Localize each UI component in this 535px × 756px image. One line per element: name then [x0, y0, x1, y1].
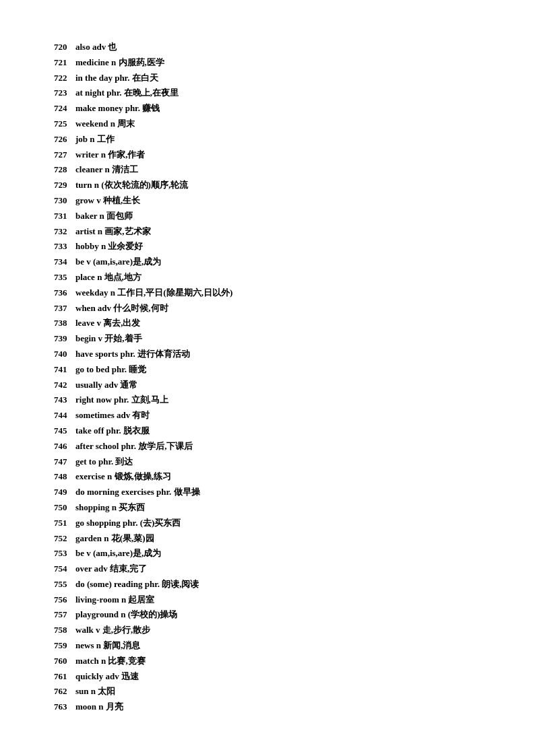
vocab-number: 738 — [54, 316, 75, 331]
vocab-entry: over adv 结束,完了 — [75, 562, 147, 576]
vocab-item: 729turn n (依次轮流的)顺序,轮流 — [54, 178, 481, 193]
vocab-item: 752garden n 花(果,菜)园 — [54, 532, 481, 546]
vocab-entry: go to bed phr. 睡觉 — [75, 363, 146, 377]
vocab-item: 760match n 比赛,竞赛 — [54, 654, 481, 668]
vocab-number: 756 — [54, 593, 75, 607]
vocab-number: 759 — [54, 639, 75, 653]
vocab-item: 754over adv 结束,完了 — [54, 562, 481, 576]
vocab-number: 751 — [54, 516, 75, 530]
vocab-entry: go shopping phr. (去)买东西 — [75, 516, 181, 530]
vocab-item: 759news n 新闻,消息 — [54, 639, 481, 653]
vocab-item: 724make money phr. 赚钱 — [54, 102, 481, 116]
vocab-item: 720also adv 也 — [54, 40, 481, 55]
vocab-number: 727 — [54, 148, 75, 162]
vocab-item: 732artist n 画家,艺术家 — [54, 225, 481, 239]
vocab-item: 740have sports phr. 进行体育活动 — [54, 347, 481, 362]
vocab-list: 720also adv 也721medicine n 内服药,医学722in t… — [54, 40, 481, 714]
vocab-number: 750 — [54, 501, 75, 515]
vocab-item: 723at night phr. 在晚上,在夜里 — [54, 86, 481, 100]
vocab-item: 736weekday n 工作日,平日(除星期六,日以外) — [54, 286, 481, 300]
vocab-entry: leave v 离去,出发 — [75, 316, 140, 331]
vocab-item: 727writer n 作家,作者 — [54, 148, 481, 162]
vocab-entry: news n 新闻,消息 — [75, 639, 140, 653]
vocab-number: 732 — [54, 225, 75, 239]
vocab-item: 761quickly adv 迅速 — [54, 670, 481, 684]
vocab-item: 738leave v 离去,出发 — [54, 316, 481, 331]
vocab-entry: walk v 走,步行,散步 — [75, 623, 150, 638]
vocab-number: 754 — [54, 562, 75, 576]
vocab-entry: be v (am,is,are)是,成为 — [75, 547, 161, 561]
vocab-number: 742 — [54, 378, 75, 392]
vocab-entry: weekday n 工作日,平日(除星期六,日以外) — [75, 286, 232, 300]
vocab-entry: place n 地点,地方 — [75, 271, 141, 285]
vocab-item: 737when adv 什么时候,何时 — [54, 302, 481, 316]
vocab-entry: baker n 面包师 — [75, 209, 133, 224]
vocab-number: 724 — [54, 102, 75, 116]
vocab-number: 725 — [54, 117, 75, 131]
vocab-item: 747get to phr. 到达 — [54, 455, 481, 469]
vocab-number: 735 — [54, 271, 75, 285]
vocab-entry: sun n 太阳 — [75, 685, 115, 699]
vocab-entry: make money phr. 赚钱 — [75, 102, 160, 116]
vocab-number: 741 — [54, 363, 75, 377]
vocab-entry: garden n 花(果,菜)园 — [75, 532, 154, 546]
vocab-number: 749 — [54, 485, 75, 500]
vocab-number: 739 — [54, 332, 75, 346]
vocab-number: 757 — [54, 608, 75, 622]
vocab-item: 734be v (am,is,are)是,成为 — [54, 255, 481, 269]
vocab-item: 750shopping n 买东西 — [54, 501, 481, 515]
vocab-item: 753be v (am,is,are)是,成为 — [54, 547, 481, 561]
vocab-number: 752 — [54, 532, 75, 546]
vocab-item: 721medicine n 内服药,医学 — [54, 56, 481, 70]
vocab-number: 761 — [54, 670, 75, 684]
vocab-entry: quickly adv 迅速 — [75, 670, 139, 684]
vocab-number: 720 — [54, 40, 75, 55]
vocab-item: 745take off phr. 脱衣服 — [54, 424, 481, 438]
vocab-item: 725weekend n 周末 — [54, 117, 481, 131]
vocab-item: 755do (some) reading phr. 朗读,阅读 — [54, 578, 481, 592]
vocab-item: 748exercise n 锻炼,做操,练习 — [54, 470, 481, 484]
vocab-entry: hobby n 业余爱好 — [75, 240, 143, 254]
vocab-item: 735place n 地点,地方 — [54, 271, 481, 285]
vocab-entry: job n 工作 — [75, 133, 115, 147]
vocab-number: 755 — [54, 578, 75, 592]
vocab-number: 740 — [54, 347, 75, 362]
vocab-item: 746after school phr. 放学后,下课后 — [54, 440, 481, 454]
vocab-entry: match n 比赛,竞赛 — [75, 654, 146, 668]
vocab-entry: also adv 也 — [75, 40, 117, 55]
vocab-number: 743 — [54, 393, 75, 407]
vocab-number: 753 — [54, 547, 75, 561]
vocab-number: 734 — [54, 255, 75, 269]
vocab-entry: be v (am,is,are)是,成为 — [75, 255, 161, 269]
vocab-entry: turn n (依次轮流的)顺序,轮流 — [75, 178, 188, 193]
vocab-item: 749do morning exercises phr. 做早操 — [54, 485, 481, 500]
vocab-number: 760 — [54, 654, 75, 668]
vocab-entry: do (some) reading phr. 朗读,阅读 — [75, 578, 199, 592]
vocab-number: 747 — [54, 455, 75, 469]
vocab-number: 758 — [54, 623, 75, 638]
vocab-number: 722 — [54, 71, 75, 85]
vocab-item: 757playground n (学校的)操场 — [54, 608, 481, 622]
vocab-entry: have sports phr. 进行体育活动 — [75, 347, 190, 362]
vocab-number: 723 — [54, 86, 75, 100]
vocab-item: 733hobby n 业余爱好 — [54, 240, 481, 254]
vocab-entry: sometimes adv 有时 — [75, 409, 150, 423]
vocab-entry: in the day phr. 在白天 — [75, 71, 158, 85]
vocab-item: 741go to bed phr. 睡觉 — [54, 363, 481, 377]
vocab-item: 730grow v 种植,生长 — [54, 194, 481, 208]
vocab-item: 743right now phr. 立刻,马上 — [54, 393, 481, 407]
vocab-entry: living-room n 起居室 — [75, 593, 155, 607]
vocab-entry: weekend n 周末 — [75, 117, 135, 131]
vocab-item: 731baker n 面包师 — [54, 209, 481, 224]
vocab-number: 729 — [54, 178, 75, 193]
vocab-entry: take off phr. 脱衣服 — [75, 424, 150, 438]
vocab-number: 728 — [54, 163, 75, 177]
vocab-item: 758walk v 走,步行,散步 — [54, 623, 481, 638]
vocab-entry: medicine n 内服药,医学 — [75, 56, 164, 70]
vocab-entry: playground n (学校的)操场 — [75, 608, 177, 622]
vocab-entry: writer n 作家,作者 — [75, 148, 145, 162]
vocab-entry: do morning exercises phr. 做早操 — [75, 485, 200, 500]
vocab-number: 730 — [54, 194, 75, 208]
vocab-number: 763 — [54, 700, 75, 714]
vocab-number: 736 — [54, 286, 75, 300]
